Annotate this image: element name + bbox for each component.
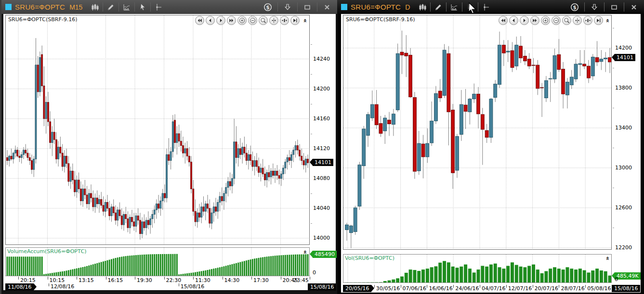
volume-bar bbox=[287, 255, 288, 276]
candle bbox=[570, 77, 573, 85]
date-label: 07/06/16 bbox=[403, 285, 426, 292]
volume-bar bbox=[183, 274, 184, 276]
minimize-button[interactable] bbox=[301, 2, 314, 13]
volume-bar bbox=[105, 261, 106, 276]
chart-type-button[interactable] bbox=[416, 2, 429, 13]
candle bbox=[19, 156, 20, 157]
download-icon bbox=[283, 3, 292, 12]
candle bbox=[396, 53, 399, 110]
candle bbox=[52, 132, 53, 143]
candle bbox=[574, 64, 578, 79]
candle bbox=[225, 188, 227, 193]
download-button[interactable] bbox=[281, 2, 294, 13]
candle bbox=[587, 66, 590, 78]
volume-bar bbox=[270, 256, 272, 276]
candle bbox=[115, 213, 116, 220]
volume-bar bbox=[421, 269, 425, 282]
volume-bar bbox=[11, 256, 12, 276]
candle bbox=[426, 143, 429, 157]
svg-text:$: $ bbox=[573, 4, 577, 10]
candle bbox=[270, 171, 272, 177]
minor-tick bbox=[311, 104, 312, 104]
volume-bar bbox=[21, 256, 22, 276]
volume-bar bbox=[186, 273, 188, 276]
volume-bar bbox=[23, 256, 24, 276]
volume-bar bbox=[137, 255, 139, 276]
separator bbox=[462, 2, 462, 12]
candle bbox=[553, 55, 556, 79]
separator bbox=[604, 2, 605, 12]
axis-tick bbox=[164, 277, 165, 280]
candle bbox=[203, 207, 204, 211]
candle bbox=[578, 64, 582, 64]
indicator-button[interactable] bbox=[448, 2, 460, 13]
minimize-button[interactable] bbox=[608, 2, 620, 13]
volume-bar bbox=[88, 266, 90, 276]
candle bbox=[119, 210, 120, 216]
candle bbox=[383, 118, 387, 131]
volume-bar bbox=[549, 268, 552, 282]
volume-bar bbox=[604, 271, 607, 282]
levels-button[interactable] bbox=[152, 2, 165, 13]
volume-bar bbox=[211, 269, 212, 276]
candle bbox=[600, 59, 603, 62]
candle bbox=[494, 84, 497, 98]
candle bbox=[392, 114, 395, 125]
volume-bar bbox=[191, 273, 192, 276]
interval-label: D bbox=[405, 3, 410, 11]
volume-bar bbox=[76, 268, 78, 276]
volume-bar bbox=[289, 255, 290, 276]
volume-bar bbox=[268, 256, 270, 276]
volume-bar bbox=[72, 269, 73, 276]
volume-bar bbox=[266, 256, 268, 276]
time-label: 11:30 bbox=[195, 277, 210, 283]
volume-bar bbox=[139, 255, 141, 276]
candle bbox=[111, 207, 112, 216]
price-axis: 142001380013400130001260012200 bbox=[612, 15, 641, 250]
time-label: 17:30 bbox=[253, 277, 269, 283]
dollar-button[interactable]: $ bbox=[262, 2, 274, 13]
time-label: 13:15 bbox=[79, 277, 94, 283]
titlebar[interactable]: SRU6=ФОРТС M15 $ bbox=[1, 0, 337, 14]
draw-button[interactable] bbox=[105, 2, 117, 13]
volume-bar bbox=[170, 254, 171, 276]
dollar-button[interactable]: $ bbox=[568, 2, 581, 13]
candle bbox=[168, 154, 170, 160]
candle bbox=[123, 214, 124, 225]
candle bbox=[260, 168, 262, 172]
volume-bar bbox=[544, 271, 548, 282]
candle bbox=[86, 195, 88, 204]
candle bbox=[197, 213, 198, 222]
indicator-button[interactable] bbox=[120, 2, 133, 13]
download-button[interactable] bbox=[588, 2, 601, 13]
separator bbox=[134, 2, 135, 12]
draw-icon bbox=[106, 3, 115, 12]
volume-bar bbox=[9, 256, 10, 276]
volume-bar bbox=[50, 273, 51, 276]
volume-bar bbox=[502, 268, 505, 282]
volume-bar bbox=[527, 266, 531, 282]
candle bbox=[117, 210, 118, 220]
close-button[interactable] bbox=[628, 2, 640, 13]
candle bbox=[142, 222, 143, 234]
close-button[interactable] bbox=[321, 2, 333, 13]
candle bbox=[207, 204, 209, 208]
volume-bar bbox=[217, 268, 219, 276]
draw-button[interactable] bbox=[432, 2, 445, 13]
volume-bar bbox=[540, 273, 544, 282]
candle bbox=[519, 46, 523, 58]
minor-tick bbox=[613, 28, 614, 28]
volume-bar bbox=[583, 270, 586, 282]
chart-type-button[interactable] bbox=[89, 2, 101, 13]
axis-tick bbox=[18, 277, 19, 280]
candle bbox=[370, 104, 374, 118]
candle bbox=[195, 211, 196, 222]
volume-bar bbox=[45, 274, 47, 276]
candle bbox=[252, 161, 253, 166]
volume-plot bbox=[5, 247, 310, 276]
titlebar[interactable]: SRU6=ФОРТС D $ bbox=[337, 0, 644, 14]
candle bbox=[523, 56, 526, 61]
date-label: 30/05/16 bbox=[376, 285, 400, 292]
cursor-button[interactable] bbox=[136, 2, 149, 13]
levels-button[interactable] bbox=[480, 2, 492, 13]
